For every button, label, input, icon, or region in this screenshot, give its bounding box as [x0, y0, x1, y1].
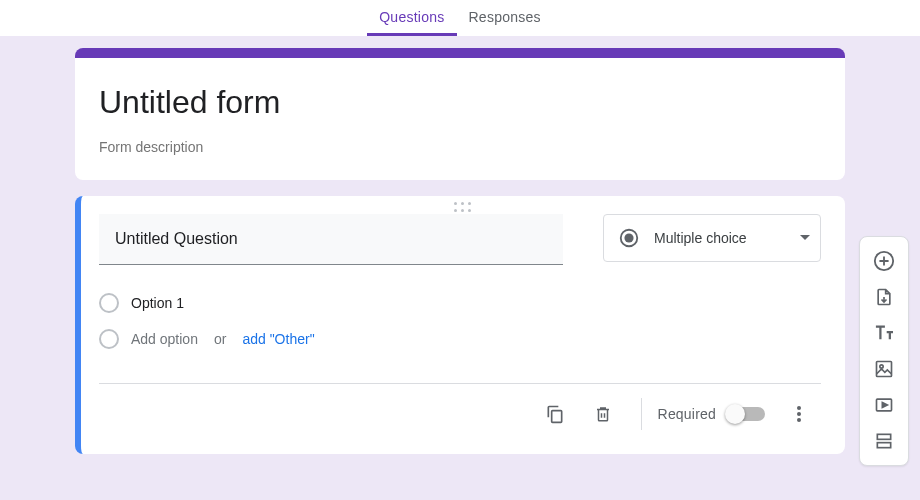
add-section-button[interactable]	[866, 423, 902, 459]
or-text: or	[214, 331, 226, 347]
add-option-button[interactable]: Add option	[131, 331, 198, 347]
svg-point-3	[797, 406, 801, 410]
duplicate-button[interactable]	[533, 392, 577, 436]
tab-questions[interactable]: Questions	[367, 1, 456, 36]
section-icon	[874, 431, 894, 451]
plus-circle-icon	[873, 250, 895, 272]
divider	[641, 398, 642, 430]
svg-rect-7	[877, 362, 892, 377]
form-header-card	[75, 48, 845, 180]
add-image-button[interactable]	[866, 351, 902, 387]
radio-checked-icon	[618, 227, 640, 249]
question-card: Multiple choice Option 1 Add option or a…	[75, 196, 845, 454]
svg-point-8	[880, 365, 883, 368]
svg-point-4	[797, 412, 801, 416]
svg-point-5	[797, 418, 801, 422]
tab-responses[interactable]: Responses	[457, 1, 553, 36]
chevron-down-icon	[800, 235, 810, 241]
svg-rect-2	[551, 411, 561, 423]
tabs-bar: Questions Responses	[0, 0, 920, 36]
question-title-input[interactable]	[99, 214, 563, 265]
add-other-button[interactable]: add "Other"	[242, 331, 314, 347]
image-icon	[874, 359, 894, 379]
question-type-label: Multiple choice	[654, 230, 747, 246]
more-vert-icon	[797, 405, 801, 423]
copy-icon	[545, 404, 565, 424]
canvas: Multiple choice Option 1 Add option or a…	[0, 36, 920, 500]
add-video-button[interactable]	[866, 387, 902, 423]
add-title-button[interactable]	[866, 315, 902, 351]
radio-unchecked-icon	[99, 329, 119, 349]
options-list: Option 1 Add option or add "Other"	[99, 265, 821, 363]
form-description-input[interactable]	[99, 123, 821, 155]
svg-point-1	[624, 233, 633, 242]
more-button[interactable]	[777, 392, 821, 436]
add-option-row: Add option or add "Other"	[99, 321, 821, 357]
drag-handle-icon[interactable]	[81, 196, 845, 214]
radio-unchecked-icon	[99, 293, 119, 313]
video-icon	[874, 395, 894, 415]
svg-rect-10	[877, 434, 890, 439]
required-toggle[interactable]	[728, 407, 765, 421]
add-question-button[interactable]	[866, 243, 902, 279]
import-questions-button[interactable]	[866, 279, 902, 315]
trash-icon	[594, 404, 612, 424]
import-icon	[874, 287, 894, 307]
delete-button[interactable]	[581, 392, 625, 436]
form-title-input[interactable]	[99, 80, 821, 123]
option-label[interactable]: Option 1	[131, 295, 184, 311]
option-row[interactable]: Option 1	[99, 285, 821, 321]
question-type-select[interactable]: Multiple choice	[603, 214, 821, 262]
question-footer: Required	[99, 384, 821, 448]
required-label: Required	[658, 406, 716, 422]
text-icon	[873, 324, 895, 342]
side-toolbar	[859, 236, 909, 466]
svg-rect-11	[877, 443, 890, 448]
